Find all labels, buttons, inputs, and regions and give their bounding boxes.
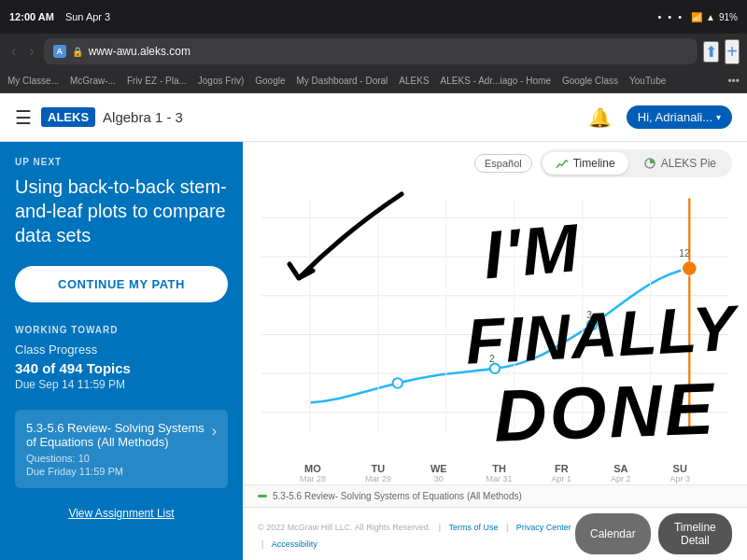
assignment-title: 5.3-5.6 Review- Solving Systems of Equat…: [26, 421, 212, 449]
date-display: Sun Apr 3: [65, 11, 110, 22]
terms-link[interactable]: Terms of Use: [448, 523, 498, 532]
bookmark-aleks[interactable]: ALEKS: [399, 76, 429, 86]
x-label-fri: FR Apr 1: [552, 463, 572, 483]
hamburger-menu[interactable]: ☰: [15, 106, 32, 129]
svg-point-9: [393, 378, 402, 387]
calendar-button[interactable]: Calendar: [575, 513, 651, 554]
privacy-link[interactable]: Privacy Center: [516, 523, 571, 532]
bookmark-myclasse[interactable]: My Classe...: [7, 76, 59, 86]
svg-point-10: [490, 364, 500, 373]
assignment-info: 5.3-5.6 Review- Solving Systems of Equat…: [26, 421, 212, 477]
assignment-chevron-icon: ›: [212, 423, 217, 440]
share-button[interactable]: ⬆: [703, 41, 719, 63]
right-panel: Español Timeline: [243, 142, 747, 560]
notification-bell-icon[interactable]: 🔔: [588, 106, 612, 129]
up-next-label: UP NEXT: [15, 157, 228, 167]
bookmarks-bar: My Classe... McGraw-... Friv EZ - Pla...…: [0, 69, 747, 93]
x-label-wed: WE 30: [430, 463, 447, 483]
action-buttons: Calendar Timeline Detail: [575, 513, 732, 554]
bookmark-aleks-home[interactable]: ALEKS - Adr...iago - Home: [441, 76, 551, 86]
url-bar[interactable]: A 🔒 www-awu.aleks.com: [44, 38, 698, 64]
back-button[interactable]: ‹: [7, 41, 20, 62]
pie-icon: [643, 157, 656, 170]
x-axis-labels: MO Mar 28 TU Mar 29 WE 30 TH Mar 31: [261, 459, 728, 484]
browser-chrome: 12:00 AM Sun Apr 3 • • • 📶 ▲ 91% ‹ › A 🔒…: [0, 0, 747, 93]
x-label-sat: SA Apr 2: [611, 463, 631, 483]
view-assignment-link[interactable]: View Assignment List: [15, 507, 228, 520]
chevron-down-icon: ▾: [716, 112, 721, 122]
signal-icon: ▲: [706, 12, 715, 22]
url-text: www-awu.aleks.com: [89, 45, 190, 58]
wifi-icon: 📶: [691, 12, 702, 22]
svg-point-11: [587, 320, 597, 329]
new-tab-button[interactable]: +: [725, 39, 740, 64]
user-menu-button[interactable]: Hi, Adrianali... ▾: [627, 105, 732, 129]
aleks-pie-tab-label: ALEKS Pie: [661, 157, 716, 170]
topics-count: 340 of 494 Topics: [15, 360, 228, 376]
bookmark-googleclass[interactable]: Google Class: [562, 76, 618, 86]
status-bar: 12:00 AM Sun Apr 3 • • • 📶 ▲ 91%: [0, 0, 747, 34]
assignment-due-date: Due Friday 11:59 PM: [26, 466, 212, 477]
bookmark-mcgraw[interactable]: McGraw-...: [70, 76, 116, 86]
aleks-pie-tab[interactable]: ALEKS Pie: [630, 152, 729, 175]
aleks-app: ☰ ALEKS Algebra 1 - 3 🔔 Hi, Adrianali...…: [0, 93, 747, 560]
x-label-sun: SU Apr 3: [670, 463, 691, 483]
bookmark-mydashboard[interactable]: My Dashboard - Doral: [297, 76, 388, 86]
assignment-item[interactable]: 5.3-5.6 Review- Solving Systems of Equat…: [15, 410, 228, 488]
footer-copyright: © 2022 McGraw Hill LLC. All Rights Reser…: [258, 517, 575, 551]
timeline-tab[interactable]: Timeline: [543, 152, 628, 175]
accessibility-link[interactable]: Accessibility: [272, 539, 317, 549]
secure-icon: 🔒: [72, 47, 83, 57]
svg-text:3: 3: [586, 310, 592, 320]
aleks-logo: ALEKS: [41, 107, 95, 127]
chart-area: 2 3 12 MO: [243, 185, 747, 484]
app-footer: © 2022 McGraw Hill LLC. All Rights Reser…: [243, 507, 747, 560]
legend-dot-icon: [258, 495, 267, 497]
x-label-tue: TU Mar 29: [365, 463, 391, 483]
bookmark-youtube[interactable]: YouTube: [629, 76, 666, 86]
class-due-date: Due Sep 14 11:59 PM: [15, 378, 228, 391]
left-sidebar: UP NEXT Using back-to-back stem-and-leaf…: [0, 142, 243, 560]
continue-my-path-button[interactable]: CONTINUE MY PATH: [15, 266, 228, 302]
working-toward-label: WORKING TOWARD: [15, 325, 228, 335]
assignment-questions: Questions: 10: [26, 453, 212, 464]
user-name: Hi, Adrianali...: [638, 110, 712, 124]
timeline-detail-button[interactable]: Timeline Detail: [658, 513, 732, 554]
svg-text:12: 12: [679, 248, 690, 259]
time-display: 12:00 AM: [9, 11, 54, 22]
bookmark-jogosfriv[interactable]: Jogos Friv): [198, 76, 244, 86]
espanol-button[interactable]: Español: [474, 154, 532, 173]
bookmark-frivez[interactable]: Friv EZ - Pla...: [127, 76, 187, 86]
bookmark-google[interactable]: Google: [255, 76, 285, 86]
legend-label: 5.3-5.6 Review- Solving Systems of Equat…: [273, 491, 522, 501]
chart-controls: Español Timeline: [243, 142, 747, 185]
battery-display: 91%: [719, 12, 738, 22]
forward-button[interactable]: ›: [25, 41, 37, 62]
up-next-title: Using back-to-back stem-and-leaf plots t…: [15, 175, 228, 247]
timeline-chart: 2 3 12: [261, 194, 728, 455]
status-icons: 📶 ▲ 91%: [691, 12, 738, 22]
aleks-header: ☰ ALEKS Algebra 1 - 3 🔔 Hi, Adrianali...…: [0, 93, 747, 142]
tab-dots: • • •: [657, 11, 684, 22]
timeline-icon: [556, 157, 569, 170]
timeline-tab-label: Timeline: [573, 157, 615, 170]
class-progress-title: Class Progress: [15, 343, 228, 357]
view-tab-group: Timeline ALEKS Pie: [540, 149, 732, 177]
svg-rect-0: [556, 157, 569, 170]
site-favicon: A: [53, 45, 66, 58]
bookmark-more-icon[interactable]: •••: [727, 75, 740, 88]
x-label-thu: TH Mar 31: [486, 463, 513, 483]
course-title: Algebra 1 - 3: [103, 109, 183, 125]
svg-text:2: 2: [489, 354, 495, 364]
chart-legend-bar: 5.3-5.6 Review- Solving Systems of Equat…: [243, 484, 747, 507]
main-content: UP NEXT Using back-to-back stem-and-leaf…: [0, 142, 747, 560]
x-label-mon: MO Mar 28: [300, 463, 326, 483]
nav-bar: ‹ › A 🔒 www-awu.aleks.com ⬆ +: [0, 34, 747, 69]
copyright-text: © 2022 McGraw Hill LLC. All Rights Reser…: [258, 523, 430, 532]
